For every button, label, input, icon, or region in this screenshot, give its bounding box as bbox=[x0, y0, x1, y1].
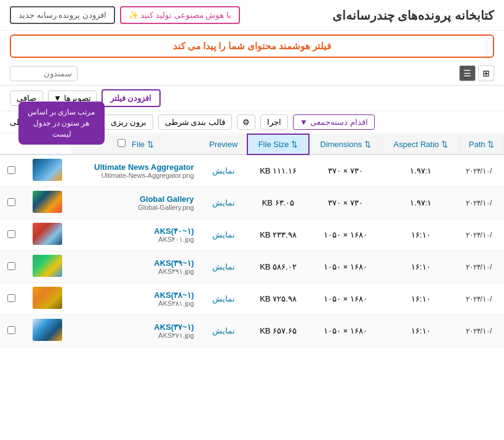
file-title[interactable]: AKS(۴۰~۱) bbox=[78, 226, 194, 236]
cell-aspect-ratio: ۱۶:۱۰ bbox=[382, 251, 460, 283]
cell-checkbox[interactable] bbox=[0, 187, 23, 219]
thumbnail bbox=[33, 319, 62, 341]
file-slug: AKS۳۷۱.jpg bbox=[78, 332, 194, 340]
cell-checkbox[interactable] bbox=[0, 251, 23, 283]
sort-arrow-file: ⇅ bbox=[147, 140, 154, 149]
preview-link[interactable]: نمایش bbox=[212, 198, 235, 207]
sort-annotation-text: مرتب سازی بر اساس هر ستون در جدول لیست bbox=[28, 108, 95, 138]
cell-thumb bbox=[23, 251, 71, 283]
table-row: ۲۰۲۴/۱۰/ ۱.۹۷:۱ ۷۳۰ × ۳۷۰ KB ۱۱۱.۱۶ نمای… bbox=[0, 154, 504, 187]
sort-arrow-aspect: ⇅ bbox=[441, 140, 448, 149]
cell-file: AKS(۳۹~۱) AKS۳۹۱.jpg bbox=[71, 251, 200, 283]
cell-checkbox[interactable] bbox=[0, 283, 23, 315]
cell-file-size: KB ۷۲۵.۹۸ bbox=[247, 283, 308, 315]
cell-file-size: KB ۱۱۱.۱۶ bbox=[247, 154, 308, 187]
preview-link[interactable]: نمایش bbox=[212, 294, 235, 303]
smart-filter-banner: فیلتر هوشمند محتوای شما را پیدا می کند bbox=[10, 34, 494, 58]
sort-arrow-path: ⇅ bbox=[487, 140, 494, 149]
header-buttons: با هوش مصنوعی تولید کنید ✨ افزودن پرونده… bbox=[10, 6, 240, 24]
file-slug: AKS۳۸۱.jpg bbox=[78, 300, 194, 308]
cell-aspect-ratio: ۱۶:۱۰ bbox=[382, 315, 460, 347]
col-dimensions[interactable]: ⇅ Dimensions bbox=[309, 134, 382, 154]
cell-checkbox[interactable] bbox=[0, 315, 23, 347]
cell-dimensions: ۱۶۸۰ × ۱۰۵۰ bbox=[309, 251, 382, 283]
cell-aspect-ratio: ۱.۹۷:۱ bbox=[382, 187, 460, 219]
sort-arrow-dims: ⇅ bbox=[364, 140, 371, 149]
file-slug: Ultimate-News-Aggregator.png bbox=[78, 172, 194, 179]
thumbnail bbox=[33, 191, 62, 213]
gear-button[interactable]: ⚙ bbox=[237, 114, 255, 130]
cell-preview[interactable]: نمایش bbox=[200, 251, 247, 283]
ai-generate-button[interactable]: با هوش مصنوعی تولید کنید ✨ bbox=[120, 6, 240, 24]
cell-checkbox[interactable] bbox=[0, 154, 23, 187]
list-view-button[interactable]: ☰ bbox=[459, 65, 476, 81]
file-title[interactable]: AKS(۳۷~۱) bbox=[78, 322, 194, 332]
cell-aspect-ratio: ۱۶:۱۰ bbox=[382, 283, 460, 315]
preview-link[interactable]: نمایش bbox=[212, 262, 235, 271]
row-checkbox[interactable] bbox=[7, 230, 15, 238]
cell-checkbox[interactable] bbox=[0, 219, 23, 251]
row-checkbox[interactable] bbox=[7, 326, 15, 334]
cell-file: Global Gallery Global-Gallery.png bbox=[71, 187, 200, 219]
cell-file-size: KB ۶۳.۰۵ bbox=[247, 187, 308, 219]
row-checkbox[interactable] bbox=[7, 294, 15, 302]
preview-link[interactable]: نمایش bbox=[212, 230, 235, 239]
file-title[interactable]: Ultimate News Aggregator bbox=[78, 162, 194, 172]
cell-path: ۲۰۲۴/۱۰/ bbox=[460, 283, 504, 315]
media-table: ⇅ Path ⇅ Aspect Ratio ⇅ Dimensions ⇅ Fil… bbox=[0, 134, 504, 347]
cell-path: ۲۰۲۴/۱۰/ bbox=[460, 187, 504, 219]
file-title[interactable]: AKS(۳۹~۱) bbox=[78, 258, 194, 268]
cell-preview[interactable]: نمایش bbox=[200, 187, 247, 219]
cell-file: AKS(۴۰~۱) AKS۴۰۱.jpg bbox=[71, 219, 200, 251]
col-aspect-ratio[interactable]: ⇅ Aspect Ratio bbox=[382, 134, 460, 154]
smart-filter-text: فیلتر هوشمند محتوای شما را پیدا می کند bbox=[173, 41, 331, 51]
cell-path: ۲۰۲۴/۱۰/ bbox=[460, 251, 504, 283]
view-icons: ⊞ ☰ bbox=[459, 65, 494, 81]
cell-preview[interactable]: نمایش bbox=[200, 315, 247, 347]
cell-dimensions: ۱۶۸۰ × ۱۰۵۰ bbox=[309, 283, 382, 315]
add-filter-button[interactable]: افزودن فیلتر bbox=[102, 89, 161, 107]
cell-dimensions: ۱۶۸۰ × ۱۰۵۰ bbox=[309, 219, 382, 251]
cell-thumb bbox=[23, 154, 71, 187]
grid-view-button[interactable]: ⊞ bbox=[478, 65, 494, 81]
page-header: کتابخانه پرونده‌های چندرسانه‌ای با هوش م… bbox=[0, 0, 504, 31]
preview-link[interactable]: نمایش bbox=[212, 166, 235, 175]
file-slug: AKS۴۰۱.jpg bbox=[78, 236, 194, 244]
cell-thumb bbox=[23, 187, 71, 219]
row-checkbox[interactable] bbox=[7, 198, 15, 206]
thumbnail bbox=[33, 223, 62, 245]
file-slug: Global-Gallery.png bbox=[78, 204, 194, 211]
file-title[interactable]: Global Gallery bbox=[78, 194, 194, 204]
cell-preview[interactable]: نمایش bbox=[200, 154, 247, 187]
run-button[interactable]: اجرا bbox=[260, 114, 288, 130]
bulk-action-dropdown[interactable]: اقدام دسته‌جمعی ▼ bbox=[293, 114, 375, 130]
thumbnail bbox=[33, 255, 62, 277]
thumbnail bbox=[33, 159, 62, 181]
table-row: ۲۰۲۴/۱۰/ ۱۶:۱۰ ۱۶۸۰ × ۱۰۵۰ KB ۲۳۳.۹۸ نما… bbox=[0, 219, 504, 251]
cell-preview[interactable]: نمایش bbox=[200, 219, 247, 251]
search-input[interactable] bbox=[10, 66, 78, 81]
page-title: کتابخانه پرونده‌های چندرسانه‌ای bbox=[332, 8, 494, 23]
cell-thumb bbox=[23, 283, 71, 315]
table-row: ۲۰۲۴/۱۰/ ۱۶:۱۰ ۱۶۸۰ × ۱۰۵۰ KB ۵۸۶.۰۲ نما… bbox=[0, 251, 504, 283]
cell-file: Ultimate News Aggregator Ultimate-News-A… bbox=[71, 154, 200, 187]
file-title[interactable]: AKS(۳۸~۱) bbox=[78, 290, 194, 300]
cell-thumb bbox=[23, 315, 71, 347]
sort-arrow-size: ⇅ bbox=[291, 140, 298, 149]
cell-preview[interactable]: نمایش bbox=[200, 283, 247, 315]
cell-file: AKS(۳۷~۱) AKS۳۷۱.jpg bbox=[71, 315, 200, 347]
col-file-size[interactable]: ⇅ File Size bbox=[247, 134, 308, 154]
cell-aspect-ratio: ۱.۹۷:۱ bbox=[382, 154, 460, 187]
cell-thumb bbox=[23, 219, 71, 251]
export-button[interactable]: برون ریزی bbox=[104, 114, 153, 130]
add-media-button[interactable]: افزودن پرونده رسانه جدید bbox=[10, 6, 115, 24]
sort-annotation-box: مرتب سازی بر اساس هر ستون در جدول لیست bbox=[18, 102, 105, 145]
select-all-checkbox[interactable] bbox=[118, 139, 126, 147]
conditional-format-button[interactable]: قالب بندی شرطی bbox=[158, 114, 232, 130]
row-checkbox[interactable] bbox=[7, 262, 15, 270]
search-area bbox=[10, 66, 78, 81]
preview-link[interactable]: نمایش bbox=[212, 326, 235, 335]
col-path[interactable]: ⇅ Path bbox=[460, 134, 504, 154]
file-slug: AKS۳۹۱.jpg bbox=[78, 268, 194, 276]
row-checkbox[interactable] bbox=[7, 166, 15, 174]
